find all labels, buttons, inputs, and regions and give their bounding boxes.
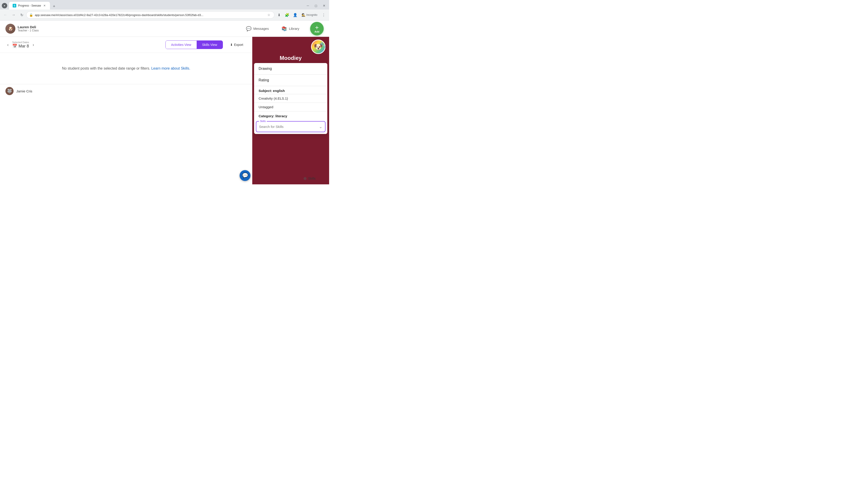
skills-view-button[interactable]: Skills View [197, 41, 223, 49]
skills-search-input[interactable] [259, 123, 319, 131]
new-tab-button[interactable]: + [51, 3, 57, 9]
back-button[interactable]: ← [2, 11, 9, 19]
empty-state: No student posts with the selected date … [0, 53, 252, 84]
right-panel: 🔧 🐶 Moodiey Drawing Rating Subject: engl… [252, 37, 329, 184]
address-text: app.seesaw.me/#/class/class.e01bf4c2-9a2… [35, 13, 264, 17]
export-button[interactable]: ⬇ Export [226, 41, 247, 48]
prev-date-button[interactable]: ‹ [5, 41, 10, 48]
empty-message: No student posts with the selected date … [62, 66, 150, 70]
moodiey-name: Moodiey [252, 54, 329, 63]
date-value: Mar 8 [19, 44, 29, 48]
untagged-item[interactable]: Untagged [254, 103, 327, 111]
export-label: Export [234, 43, 243, 46]
user-info: 🐶 Lauren Deli Teacher - 1 Class [5, 24, 39, 34]
user-avatar: 🐶 [5, 24, 16, 34]
profile-btn[interactable]: ▾ [2, 3, 7, 8]
menu-button[interactable]: ⋮ [320, 11, 327, 19]
chevron-down-icon: ⌄ [319, 124, 322, 129]
dropdown-menu: Drawing Rating Subject: english Creativi… [254, 63, 327, 134]
date-display: 📅 Mar 8 [12, 43, 29, 48]
address-bar[interactable]: 🔒 app.seesaw.me/#/class/class.e01bf4c2-9… [26, 11, 274, 19]
incognito-badge: 🕵 Incognito [300, 12, 319, 18]
messages-label: Messages [253, 27, 269, 31]
next-date-button[interactable]: › [31, 41, 36, 48]
window-controls: ─ ◻ ✕ [305, 2, 327, 9]
avatar-image: 🐶 [5, 24, 16, 34]
category-literacy-header: Category: literacy [254, 111, 327, 119]
profile-menu-button[interactable]: 👤 [291, 11, 299, 19]
main-area: ‹ Selected Dates 📅 Mar 8 › Activities Vi… [0, 37, 329, 184]
add-label: Add [314, 30, 319, 33]
address-icons: ☆ [266, 12, 272, 18]
skills-bottom-button[interactable]: ⊕ Skills [303, 176, 315, 181]
active-tab[interactable]: S Progress - Seesaw ✕ [9, 2, 50, 9]
skills-search-row: ⌄ [259, 123, 322, 131]
extensions-button[interactable]: 🧩 [283, 11, 291, 19]
dropdown-rating-item[interactable]: Rating [254, 74, 327, 86]
view-toggle: Activities View Skills View [165, 40, 223, 49]
add-button[interactable]: + Add [310, 22, 324, 35]
user-role: Teacher - 1 Class [18, 29, 39, 32]
tab-bar: ▾ S Progress - Seesaw ✕ + ─ ◻ ✕ [0, 0, 329, 9]
creativity-item[interactable]: Creativity (4.ELS.1) [254, 94, 327, 103]
student-row: 🐺 Jamie Cris [0, 84, 252, 98]
close-button[interactable]: ✕ [321, 2, 327, 9]
export-icon: ⬇ [230, 43, 233, 46]
rating-label: Rating [258, 78, 269, 82]
wrench-button[interactable]: 🔧 [318, 40, 327, 50]
user-text: Lauren Deli Teacher - 1 Class [18, 25, 39, 32]
activities-view-button[interactable]: Activities View [166, 41, 197, 49]
skills-label: Skills [259, 120, 267, 123]
bookmark-button[interactable]: ☆ [266, 12, 272, 18]
minimize-button[interactable]: ─ [305, 2, 311, 9]
window-controls-left: ▾ [2, 3, 7, 8]
restore-button[interactable]: ◻ [313, 2, 319, 9]
date-label-group: Selected Dates 📅 Mar 8 [12, 41, 29, 48]
toolbar-right: ⬇ 🧩 👤 🕵 Incognito ⋮ [275, 11, 327, 19]
skills-search-wrapper: Skills ⌄ [256, 121, 326, 132]
add-plus-icon: + [315, 24, 319, 31]
app-content: 🐶 Lauren Deli Teacher - 1 Class 💬 Messag… [0, 21, 329, 184]
messages-nav-item[interactable]: 💬 Messages [242, 24, 272, 33]
view-bar: ‹ Selected Dates 📅 Mar 8 › Activities Vi… [0, 37, 252, 53]
tab-group: S Progress - Seesaw ✕ + [9, 2, 305, 9]
library-nav-item[interactable]: 📚 Library [278, 24, 303, 33]
drawing-label: Drawing [258, 67, 272, 71]
incognito-label: Incognito [306, 13, 317, 17]
library-icon: 📚 [281, 26, 287, 31]
chat-bubble-button[interactable]: 💬 [240, 170, 250, 181]
skills-bottom-label: Skills [308, 177, 315, 180]
calendar-icon: 📅 [12, 43, 17, 48]
dropdown-drawing-item[interactable]: Drawing [254, 63, 327, 74]
browser-chrome: ▾ S Progress - Seesaw ✕ + ─ ◻ ✕ ← → ↻ 🔒 … [0, 0, 329, 21]
date-nav: ‹ Selected Dates 📅 Mar 8 › [5, 41, 36, 48]
address-bar-row: ← → ↻ 🔒 app.seesaw.me/#/class/class.e01b… [0, 9, 329, 20]
student-name: Jamie Cris [16, 89, 32, 93]
student-avatar: 🐺 [5, 87, 13, 95]
user-name: Lauren Deli [18, 25, 39, 29]
forward-button[interactable]: → [10, 11, 17, 19]
refresh-button[interactable]: ↻ [18, 11, 25, 19]
learn-more-link[interactable]: Learn more about Skills. [151, 66, 190, 70]
library-label: Library [289, 27, 299, 31]
downloads-button[interactable]: ⬇ [275, 11, 283, 19]
tab-close-button[interactable]: ✕ [43, 4, 46, 7]
subject-english-header: Subject: english [254, 86, 327, 94]
tab-title: Progress - Seesaw [18, 4, 41, 7]
top-nav: 🐶 Lauren Deli Teacher - 1 Class 💬 Messag… [0, 21, 329, 37]
messages-icon: 💬 [246, 26, 252, 31]
content-area: ‹ Selected Dates 📅 Mar 8 › Activities Vi… [0, 37, 252, 184]
skills-plus-icon: ⊕ [303, 176, 307, 181]
tab-favicon: S [13, 4, 16, 7]
selected-dates-label: Selected Dates [12, 41, 29, 43]
